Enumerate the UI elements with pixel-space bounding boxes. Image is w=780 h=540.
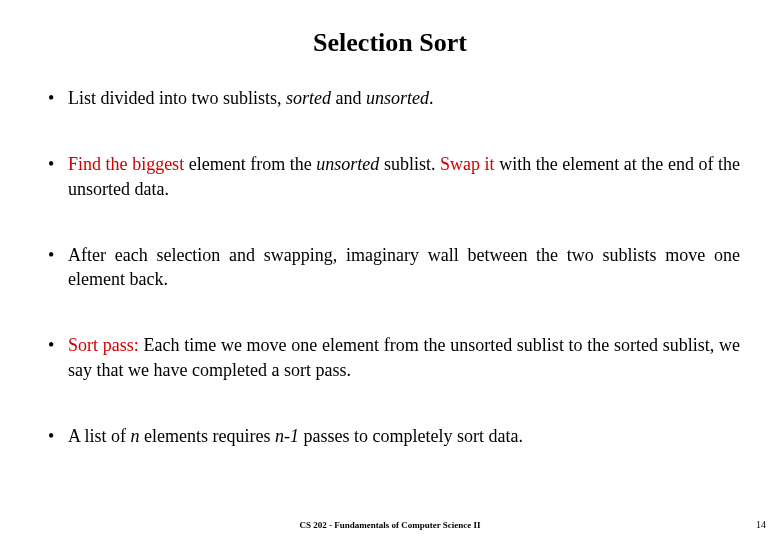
- bullet-item: Sort pass: Each time we move one element…: [40, 333, 740, 382]
- text: sublist.: [379, 154, 440, 174]
- text: element from the: [184, 154, 316, 174]
- slide: Selection Sort List divided into two sub…: [0, 0, 780, 540]
- text: Each time we move one element from the u…: [68, 335, 740, 379]
- text: A list of: [68, 426, 131, 446]
- text: .: [429, 88, 434, 108]
- swap-it-term: Swap it: [440, 154, 495, 174]
- sort-pass-term: Sort pass:: [68, 335, 139, 355]
- bullet-item: List divided into two sublists, sorted a…: [40, 86, 740, 110]
- slide-title: Selection Sort: [40, 28, 740, 58]
- find-biggest-term: Find the biggest: [68, 154, 184, 174]
- text: elements requires: [140, 426, 275, 446]
- page-number: 14: [756, 519, 766, 530]
- unsorted-term: unsorted: [366, 88, 429, 108]
- unsorted-term: unsorted: [316, 154, 379, 174]
- bullet-item: After each selection and swapping, imagi…: [40, 243, 740, 292]
- sorted-term: sorted: [286, 88, 331, 108]
- bullet-list: List divided into two sublists, sorted a…: [40, 86, 740, 448]
- text: List divided into two sublists,: [68, 88, 286, 108]
- text: passes to completely sort data.: [299, 426, 523, 446]
- n-minus-1-var: n-1: [275, 426, 299, 446]
- footer-course: CS 202 - Fundamentals of Computer Scienc…: [0, 520, 780, 530]
- n-var: n: [131, 426, 140, 446]
- bullet-item: Find the biggest element from the unsort…: [40, 152, 740, 201]
- bullet-item: A list of n elements requires n-1 passes…: [40, 424, 740, 448]
- text: and: [331, 88, 366, 108]
- text: After each selection and swapping, imagi…: [68, 245, 740, 289]
